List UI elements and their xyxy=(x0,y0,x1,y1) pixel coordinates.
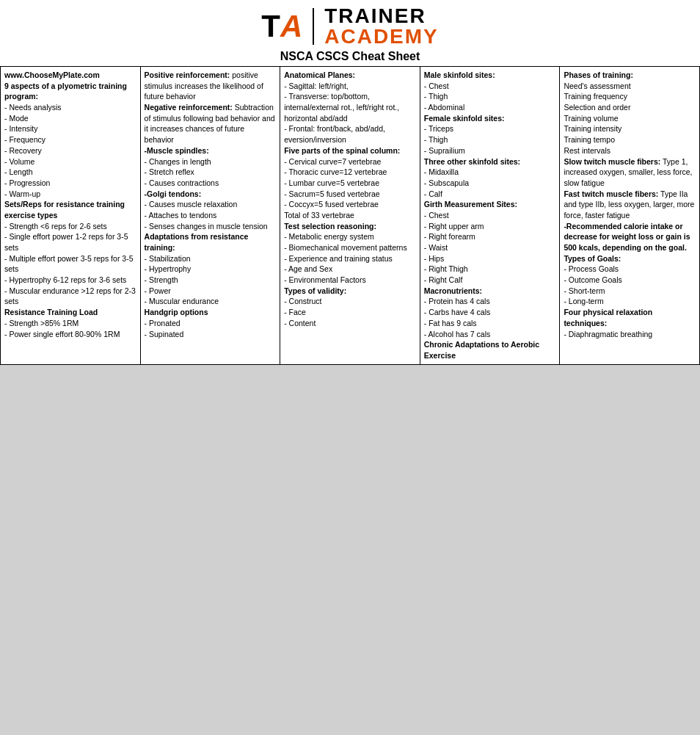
header: T A TRAINER ACADEMY NSCA CSCS Cheat Shee… xyxy=(0,0,700,66)
logo-area: T A TRAINER ACADEMY xyxy=(0,6,700,47)
logo-text: TRAINER ACADEMY xyxy=(324,6,439,47)
sheet-title: NSCA CSCS Cheat Sheet xyxy=(0,50,700,63)
page-wrapper: T A TRAINER ACADEMY NSCA CSCS Cheat Shee… xyxy=(0,0,700,735)
column-5: Phases of training: Need's assessment Tr… xyxy=(560,67,700,365)
col1-content: www.ChooseMyPlate.com 9 aspects of a ply… xyxy=(4,70,136,339)
bottom-area xyxy=(0,365,700,735)
col2-content: Positive reinforcement: positive stimulu… xyxy=(145,70,277,339)
logo-t-letter: T xyxy=(261,9,280,44)
logo-ta: T A xyxy=(261,9,302,44)
column-1: www.ChooseMyPlate.com 9 aspects of a ply… xyxy=(1,67,141,365)
logo-divider xyxy=(313,8,314,45)
column-2: Positive reinforcement: positive stimulu… xyxy=(140,67,280,365)
logo-a-letter: A xyxy=(280,9,302,44)
table-row: www.ChooseMyPlate.com 9 aspects of a ply… xyxy=(1,67,700,365)
cheat-sheet-table: www.ChooseMyPlate.com 9 aspects of a ply… xyxy=(0,66,700,365)
col3-content: Anatomical Planes: - Sagittal: left/righ… xyxy=(284,70,416,329)
column-3: Anatomical Planes: - Sagittal: left/righ… xyxy=(280,67,420,365)
col4-content: Male skinfold sites: - Chest - Thigh - A… xyxy=(424,70,556,361)
trainer-text: TRAINER xyxy=(324,6,439,26)
column-4: Male skinfold sites: - Chest - Thigh - A… xyxy=(420,67,560,365)
col5-content: Phases of training: Need's assessment Tr… xyxy=(564,70,696,339)
academy-text: ACADEMY xyxy=(324,26,439,47)
